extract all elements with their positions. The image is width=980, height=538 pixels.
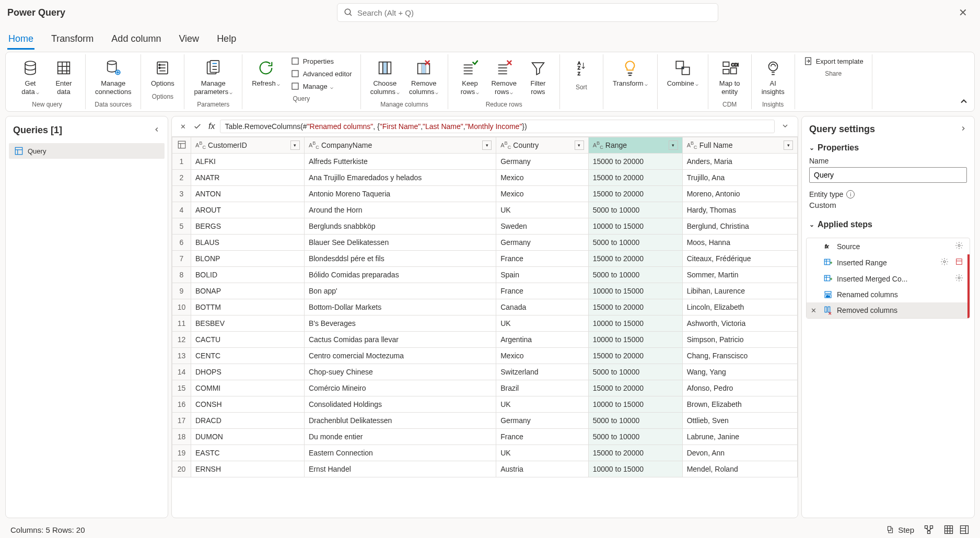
cell[interactable]: Libihan, Laurence xyxy=(682,283,797,299)
step-settings-button[interactable] xyxy=(955,274,963,284)
table-row[interactable]: 1ALFKIAlfreds FutterkisteGermany15000 to… xyxy=(172,154,798,170)
row-number[interactable]: 5 xyxy=(172,218,191,235)
menu-tab-view[interactable]: View xyxy=(178,29,200,50)
cell[interactable]: 15000 to 20000 xyxy=(588,186,682,202)
cell[interactable]: Trujillo, Ana xyxy=(682,170,797,186)
menu-tab-add-column[interactable]: Add column xyxy=(110,29,162,50)
ribbon-manage-connections-button[interactable]: Manageconnections xyxy=(92,55,134,98)
row-number[interactable]: 15 xyxy=(172,380,191,396)
cell[interactable]: Eastern Connection xyxy=(304,445,496,461)
cell[interactable]: 5000 to 10000 xyxy=(588,413,682,429)
cell[interactable]: Ashworth, Victoria xyxy=(682,315,797,332)
cell[interactable]: France xyxy=(496,283,588,299)
cell[interactable]: Labrune, Janine xyxy=(682,429,797,445)
applied-step[interactable]: abcRenamed columns xyxy=(807,287,970,302)
cell[interactable]: 10000 to 15000 xyxy=(588,461,682,477)
ribbon-map-to-entity-button[interactable]: CDMMap toentity xyxy=(715,55,745,98)
cell[interactable]: Germany xyxy=(496,235,588,251)
cell[interactable]: 10000 to 15000 xyxy=(588,315,682,332)
select-all-cell[interactable] xyxy=(172,137,191,154)
row-number[interactable]: 11 xyxy=(172,315,191,332)
ribbon-filter-rows-button[interactable]: Filterrows xyxy=(523,55,553,98)
ribbon-manage-parameters-button[interactable]: Manageparameters⌵ xyxy=(191,55,236,98)
ribbon-refresh-button[interactable]: Refresh⌵ xyxy=(249,55,283,90)
cell[interactable]: Ana Trujillo Emaredados y helados xyxy=(304,170,496,186)
cell[interactable]: Moreno, Antonio xyxy=(682,186,797,202)
table-row[interactable]: 17DRACDDrachenblut DelikatessenGermany50… xyxy=(172,413,798,429)
column-filter-button[interactable]: ▾ xyxy=(784,141,793,150)
row-number[interactable]: 4 xyxy=(172,202,191,218)
row-number[interactable]: 14 xyxy=(172,364,191,380)
cell[interactable]: ANATR xyxy=(191,170,305,186)
cell[interactable]: UK xyxy=(496,445,588,461)
column-filter-button[interactable]: ▾ xyxy=(669,141,678,150)
cell[interactable]: 5000 to 10000 xyxy=(588,364,682,380)
cell[interactable]: Blondesddsl pére et fils xyxy=(304,251,496,267)
applied-step[interactable]: Inserted Merged Co... xyxy=(807,271,970,287)
row-number[interactable]: 13 xyxy=(172,348,191,364)
cell[interactable]: B's Beverages xyxy=(304,315,496,332)
delete-step-button[interactable]: ✕ xyxy=(811,307,819,314)
row-number[interactable]: 1 xyxy=(172,154,191,170)
cell[interactable]: BERGS xyxy=(191,218,305,235)
ribbon-export-template-button[interactable]: Export template xyxy=(801,55,866,67)
table-row[interactable]: 9BONAPBon app'France10000 to 15000Libiha… xyxy=(172,283,798,299)
queries-collapse-button[interactable] xyxy=(153,126,160,135)
cell[interactable]: UK xyxy=(496,202,588,218)
row-number[interactable]: 20 xyxy=(172,461,191,477)
ribbon-options-button[interactable]: Options xyxy=(147,55,178,90)
ribbon-advanced-editor-button[interactable]: Advanced editor xyxy=(288,68,354,79)
row-number[interactable]: 19 xyxy=(172,445,191,461)
table-row[interactable]: 4AROUTAround the HornUK5000 to 10000Hard… xyxy=(172,202,798,218)
cell[interactable]: UK xyxy=(496,396,588,413)
cell[interactable]: 15000 to 20000 xyxy=(588,251,682,267)
table-row[interactable]: 3ANTONAntonio Moreno TaqueriaMexico15000… xyxy=(172,186,798,202)
query-name-input[interactable] xyxy=(809,167,967,183)
table-row[interactable]: 6BLAUSBlauer See DelikatessenGermany5000… xyxy=(172,235,798,251)
cell[interactable]: France xyxy=(496,251,588,267)
ribbon-collapse-button[interactable] xyxy=(959,96,969,108)
column-header-companyname[interactable]: ABCCompanyName▾ xyxy=(304,137,496,154)
step-settings-button[interactable] xyxy=(940,258,949,267)
cell[interactable]: CONSH xyxy=(191,396,305,413)
cell[interactable]: BOTTM xyxy=(191,299,305,315)
menu-tab-transform[interactable]: Transform xyxy=(50,29,95,50)
cell[interactable]: France xyxy=(496,429,588,445)
cell[interactable]: 10000 to 15000 xyxy=(588,283,682,299)
cell[interactable]: Switzerland xyxy=(496,364,588,380)
column-filter-button[interactable]: ▾ xyxy=(290,141,300,150)
cell[interactable]: Cactus Comidas para llevar xyxy=(304,332,496,348)
column-header-full-name[interactable]: ABCFull Name▾ xyxy=(682,137,797,154)
grid-view-icon[interactable] xyxy=(943,524,954,535)
table-row[interactable]: 14DHOPSChop-suey ChineseSwitzerland5000 … xyxy=(172,364,798,380)
cell[interactable]: ALFKI xyxy=(191,154,305,170)
cell[interactable]: Citeaux, Frédérique xyxy=(682,251,797,267)
row-number[interactable]: 17 xyxy=(172,413,191,429)
applied-step[interactable]: fxSource xyxy=(807,238,970,254)
cell[interactable]: Mexico xyxy=(496,348,588,364)
column-filter-button[interactable]: ▾ xyxy=(575,141,584,150)
cell[interactable]: Sommer, Martin xyxy=(682,267,797,283)
table-row[interactable]: 5BERGSBerglunds snabbköpSweden10000 to 1… xyxy=(172,218,798,235)
table-row[interactable]: 13CENTCCentro comercial MoctezumaMexico1… xyxy=(172,348,798,364)
column-filter-button[interactable]: ▾ xyxy=(482,141,492,150)
cell[interactable]: Germany xyxy=(496,154,588,170)
cell[interactable]: Drachenblut Delikatessen xyxy=(304,413,496,429)
step-settings-button[interactable] xyxy=(955,241,963,251)
cell[interactable]: 15000 to 20000 xyxy=(588,299,682,315)
row-number[interactable]: 12 xyxy=(172,332,191,348)
cell[interactable]: 5000 to 10000 xyxy=(588,235,682,251)
row-number[interactable]: 6 xyxy=(172,235,191,251)
cell[interactable]: Argentina xyxy=(496,332,588,348)
info-icon[interactable]: i xyxy=(846,190,855,198)
cell[interactable]: Blauer See Delikatessen xyxy=(304,235,496,251)
ribbon-remove-columns-button[interactable]: Removecolumns⌵ xyxy=(406,55,441,98)
settings-expand-button[interactable] xyxy=(960,125,967,134)
cell[interactable]: AROUT xyxy=(191,202,305,218)
ribbon-ai-insights-button[interactable]: AIinsights xyxy=(758,55,788,98)
cell[interactable]: BONAP xyxy=(191,283,305,299)
search-input[interactable] xyxy=(357,8,711,17)
cell[interactable]: Canada xyxy=(496,299,588,315)
cell[interactable]: Brazil xyxy=(496,380,588,396)
cell[interactable]: Afonso, Pedro xyxy=(682,380,797,396)
